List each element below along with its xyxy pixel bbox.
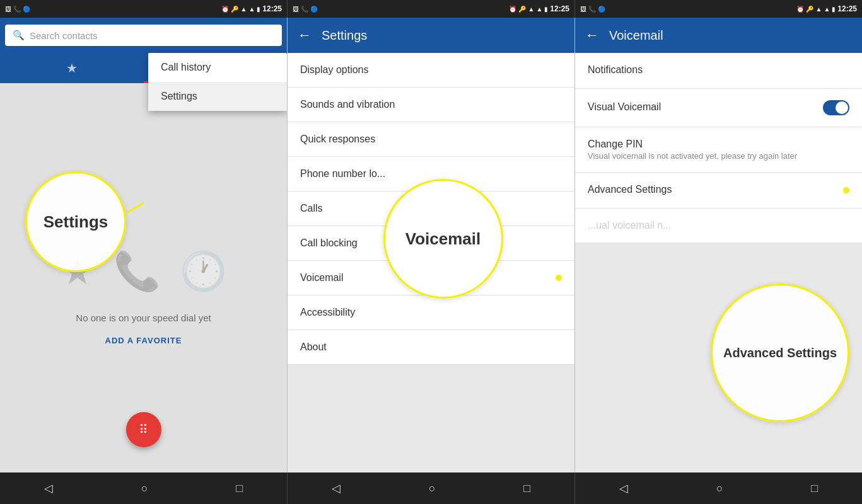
panel-settings: ← Settings Display options Sounds and vi… xyxy=(288,18,575,472)
status-bar-left: 🖼 📞 🔵 ⏰ 🔑 ▲ ▲ ▮ 12:25 xyxy=(0,0,288,18)
dropdown-menu: Call history Settings xyxy=(148,53,287,111)
annotation-voicemail-text: Voicemail xyxy=(405,229,481,249)
nav-bar-right: ◁ ○ □ xyxy=(575,472,862,504)
wifi-icon: ▲ xyxy=(240,6,247,13)
settings-item-quick[interactable]: Quick responses xyxy=(288,122,574,157)
clock-empty-icon: 🕐 xyxy=(180,249,227,294)
wifi-icon-3: ▲ xyxy=(815,6,822,13)
panel-voicemail: ← Voicemail Notifications Visual Voicema… xyxy=(575,18,862,472)
back-nav-right[interactable]: ◁ xyxy=(619,481,628,495)
settings-item-display[interactable]: Display options xyxy=(288,53,574,88)
nav-bar-left: ◁ ○ □ xyxy=(0,472,288,504)
recent-nav-mid[interactable]: □ xyxy=(523,482,530,495)
back-icon-voicemail[interactable]: ← xyxy=(585,27,599,43)
star-icon: ★ xyxy=(66,60,78,76)
voicemail-item-notifications[interactable]: Notifications xyxy=(575,53,862,89)
annotation-circle-advanced: Advanced Settings xyxy=(711,284,849,422)
wifi-icon-2: ▲ xyxy=(528,6,534,13)
phone-empty-icon: 📞 xyxy=(114,249,161,294)
annotation-settings-text: Settings xyxy=(44,212,108,232)
time-right: 12:25 xyxy=(837,4,857,13)
alarm-icon: ⏰ xyxy=(221,6,229,13)
photo-icon-2: 🖼 xyxy=(293,6,299,13)
settings-item-about[interactable]: About xyxy=(288,330,574,365)
add-favorite-button[interactable]: ADD A FAVORITE xyxy=(105,336,182,345)
status-bar-mid: 🖼 📞 🔵 ⏰ 🔑 ▲ ▲ ▮ 12:25 xyxy=(288,0,575,18)
battery-icon: ▮ xyxy=(257,6,260,13)
empty-state-text: No one is on your speed dial yet xyxy=(76,312,211,323)
time-mid: 12:25 xyxy=(550,4,569,13)
app-icon-status-2: 🔵 xyxy=(310,6,318,13)
key-icon-3: 🔑 xyxy=(806,6,813,13)
recent-nav-left[interactable]: □ xyxy=(236,482,243,495)
annotation-arrow-settings xyxy=(127,202,144,214)
dropdown-item-settings[interactable]: Settings xyxy=(148,82,287,111)
settings-item-accessibility[interactable]: Accessibility xyxy=(288,295,574,330)
visual-voicemail-toggle[interactable] xyxy=(823,100,849,115)
app-bar-voicemail: ← Voicemail xyxy=(575,18,862,53)
back-nav-mid[interactable]: ◁ xyxy=(332,481,341,495)
app-bar-settings: ← Settings xyxy=(288,18,574,53)
dropdown-item-call-history[interactable]: Call history xyxy=(148,53,287,82)
back-nav-left[interactable]: ◁ xyxy=(44,481,53,495)
search-bar[interactable]: 🔍 Search contacts xyxy=(5,25,282,46)
photo-icon-3: 🖼 xyxy=(580,6,586,13)
nav-bar: ◁ ○ □ ◁ ○ □ ◁ ○ □ xyxy=(0,472,862,504)
home-nav-mid[interactable]: ○ xyxy=(429,482,436,495)
settings-title: Settings xyxy=(322,28,564,43)
fab-button[interactable]: ⠿ xyxy=(126,412,161,447)
key-icon-2: 🔑 xyxy=(518,6,526,13)
photo-icon: 🖼 xyxy=(5,6,11,13)
alarm-icon-2: ⏰ xyxy=(509,6,516,13)
search-placeholder: Search contacts xyxy=(30,30,98,41)
settings-item-sounds[interactable]: Sounds and vibration xyxy=(288,88,574,122)
alarm-icon-3: ⏰ xyxy=(796,6,804,13)
key-icon: 🔑 xyxy=(231,6,238,13)
recent-nav-right[interactable]: □ xyxy=(811,482,818,495)
tab-favorites[interactable]: ★ xyxy=(0,53,144,83)
signal-icon-2: ▲ xyxy=(536,6,542,13)
home-nav-left[interactable]: ○ xyxy=(141,482,148,495)
dialpad-icon: ⠿ xyxy=(139,422,148,437)
voicemail-list: Notifications Visual Voicemail Change PI… xyxy=(575,53,862,472)
app-icon-status: 🔵 xyxy=(23,6,30,13)
settings-list: Display options Sounds and vibration Qui… xyxy=(288,53,574,472)
voicemail-item-visual[interactable]: Visual Voicemail xyxy=(575,89,862,127)
search-icon: 🔍 xyxy=(13,30,25,41)
voicemail-item-advanced[interactable]: Advanced Settings xyxy=(575,173,862,209)
panel-contacts: 🔍 Search contacts ★ 🕐 Call history Setti… xyxy=(0,18,288,472)
phone-icon-status-2: 📞 xyxy=(301,6,308,13)
signal-icon: ▲ xyxy=(248,6,255,13)
battery-icon-3: ▮ xyxy=(832,6,836,13)
annotation-circle-settings: Settings xyxy=(25,171,126,272)
back-icon-settings[interactable]: ← xyxy=(298,27,312,43)
signal-icon-3: ▲ xyxy=(824,6,830,13)
app-bar-contacts: 🔍 Search contacts xyxy=(0,18,287,53)
status-bar-container: 🖼 📞 🔵 ⏰ 🔑 ▲ ▲ ▮ 12:25 🖼 📞 🔵 ⏰ 🔑 ▲ ▲ ▮ 12… xyxy=(0,0,862,18)
time-left: 12:25 xyxy=(262,4,282,13)
annotation-advanced-text: Advanced Settings xyxy=(717,340,843,367)
battery-icon-2: ▮ xyxy=(544,6,548,13)
voicemail-dot xyxy=(556,275,562,281)
nav-bar-mid: ◁ ○ □ xyxy=(288,472,575,504)
home-nav-right[interactable]: ○ xyxy=(716,482,723,495)
advanced-dot xyxy=(843,187,849,193)
annotation-circle-voicemail: Voicemail xyxy=(383,179,503,299)
phone-icon-status: 📞 xyxy=(13,6,21,13)
status-bar-right: 🖼 📞 🔵 ⏰ 🔑 ▲ ▲ ▮ 12:25 xyxy=(575,0,862,18)
voicemail-bg-text: ...ual voicemail n... xyxy=(575,209,862,243)
voicemail-item-pin[interactable]: Change PIN Visual voicemail is not activ… xyxy=(575,127,862,173)
panel1-content: Settings ★ 📞 🕐 No one is on your speed d… xyxy=(0,83,287,472)
voicemail-title: Voicemail xyxy=(609,28,852,43)
phone-icon-status-3: 📞 xyxy=(588,6,596,13)
app-icon-status-3: 🔵 xyxy=(598,6,605,13)
